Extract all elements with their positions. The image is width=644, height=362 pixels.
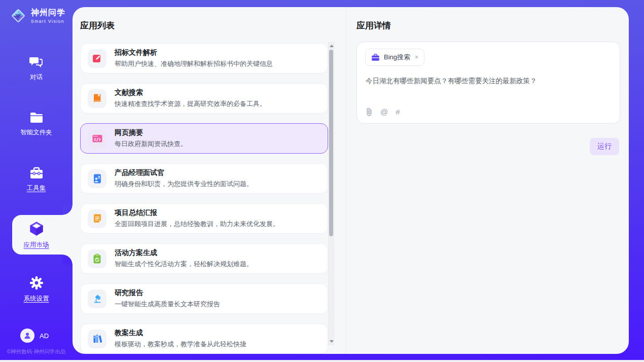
user-name: AD — [40, 332, 49, 340]
app-name: 项目总结汇报 — [115, 208, 279, 218]
app-card-lesson-plan-generation[interactable]: 教案生成 模板驱动，教案秒成，教学准备从此轻松快捷 — [80, 323, 328, 354]
browser-code-icon — [88, 129, 106, 148]
input-toolbar: @ # — [366, 107, 400, 116]
sidebar-item-chat[interactable]: 对话 — [0, 56, 73, 82]
app-card-research-report[interactable]: 研究报告 一键智能生成高质量长文本研究报告 — [80, 283, 328, 314]
app-card-literature-search[interactable]: 文献搜索 快速精准查找学术资源，提高研究效率的必备工具。 — [80, 83, 328, 114]
sidebar-item-app-market[interactable]: 应用市场 — [0, 221, 73, 249]
scrollbar-up-arrow[interactable] — [330, 45, 334, 47]
app-list: 招标文件解析 帮助用户快速、准确地理解和解析招标书中的关键信息 文献搜索 — [80, 43, 328, 354]
app-description: 模板驱动，教案秒成，教学准备从此轻松快捷 — [115, 340, 246, 349]
query-card: Bing搜索 × 今日湖北有哪些新闻要点？有哪些需要关注的最新政策？ @ # — [356, 42, 620, 124]
app-detail-panel: 应用详情 Bing搜索 × 今日湖北有哪些新闻要点？有哪些需要关注的最新政策？ — [346, 7, 629, 354]
sidebar: 神州问学 Smart Vision 对话 — [0, 0, 73, 360]
note-icon — [88, 209, 106, 228]
app-description: 一键智能生成高质量长文本研究报告 — [115, 300, 220, 309]
app-card-event-plan-generation[interactable]: 活动方案生成 智能生成个性化活动方案，轻松解决规划难题。 — [80, 243, 328, 274]
tab-flare-top — [62, 205, 73, 215]
scrollbar[interactable] — [328, 42, 334, 345]
app-detail-title: 应用详情 — [356, 20, 391, 31]
app-description: 帮助用户快速、准确地理解和解析招标书中的关键信息 — [115, 59, 273, 68]
app-name: 教案生成 — [115, 329, 246, 338]
app-name: 产品经理面试官 — [115, 168, 253, 177]
toolbox-icon — [29, 167, 44, 179]
sidebar-item-smart-folder[interactable]: 智能文件夹 — [0, 112, 73, 137]
app-card-pm-interviewer[interactable]: 产品经理面试官 明确身份和职责，为您提供专业性的面试问题。 — [80, 163, 328, 194]
sidebar-item-label: 对话 — [30, 73, 43, 82]
app-name: 网页摘要 — [115, 128, 187, 137]
folder-icon — [29, 112, 44, 124]
app-name: 招标文件解析 — [115, 48, 273, 57]
app-description: 快速精准查找学术资源，提高研究效率的必备工具。 — [115, 99, 266, 108]
at-mention-icon[interactable]: @ — [380, 108, 388, 116]
app-name: 研究报告 — [115, 288, 220, 298]
user-profile[interactable]: AD — [20, 329, 49, 343]
books-icon — [88, 330, 106, 348]
paperclip-icon[interactable] — [366, 107, 373, 116]
logo-subtitle: Smart Vision — [31, 19, 65, 24]
chat-icon — [29, 56, 43, 68]
app-description: 明确身份和职责，为您提供专业性的面试问题。 — [115, 179, 253, 189]
app-frame: 神州问学 Smart Vision 对话 — [0, 0, 644, 360]
app-description: 全面回顾项目进展，总结经验教训，助力未来优化发展。 — [115, 220, 279, 229]
gear-icon — [29, 276, 44, 290]
logo-diamond-icon — [9, 7, 27, 25]
briefcase-icon — [371, 54, 380, 61]
app-card-web-summary[interactable]: 网页摘要 每日政府新闻资讯快查。 — [80, 123, 328, 154]
copyright: ©神州数码·神州问学出品 — [0, 348, 73, 355]
app-card-project-summary[interactable]: 项目总结汇报 全面回顾项目进展，总结经验教训，助力未来优化发展。 — [80, 203, 328, 234]
tool-tag-label: Bing搜索 — [384, 53, 410, 62]
app-name: 文献搜索 — [115, 88, 266, 97]
logo-title: 神州问学 — [31, 8, 65, 18]
edit-document-icon — [88, 49, 106, 68]
logo: 神州问学 Smart Vision — [9, 7, 65, 25]
hash-topic-icon[interactable]: # — [396, 108, 400, 116]
clipboard-check-icon — [88, 249, 106, 268]
avatar — [20, 329, 34, 343]
app-list-panel: 应用列表 招标文件解析 帮助用户快速、准确地理解和解析招标书中的关键信息 — [73, 7, 346, 354]
app-name: 活动方案生成 — [115, 248, 253, 258]
scrollbar-thumb[interactable] — [329, 50, 333, 236]
sidebar-item-toolset[interactable]: 工具集 — [0, 167, 73, 193]
scrollbar-down-arrow[interactable] — [330, 340, 334, 343]
sidebar-item-label: 应用市场 — [24, 241, 49, 249]
app-list-title: 应用列表 — [80, 20, 115, 31]
sidebar-item-label: 工具集 — [27, 184, 46, 193]
content-area: 应用列表 招标文件解析 帮助用户快速、准确地理解和解析招标书中的关键信息 — [73, 7, 629, 354]
tool-tag-bing-search[interactable]: Bing搜索 × — [365, 49, 424, 66]
sidebar-item-label: 智能文件夹 — [20, 128, 52, 137]
close-icon[interactable]: × — [415, 54, 418, 61]
person-document-icon — [88, 169, 106, 188]
app-card-bid-document-analysis[interactable]: 招标文件解析 帮助用户快速、准确地理解和解析招标书中的关键信息 — [80, 43, 328, 74]
book-icon — [88, 89, 106, 108]
cube-icon — [29, 221, 44, 236]
app-description: 每日政府新闻资讯快查。 — [115, 139, 187, 149]
tab-flare-bottom — [62, 255, 73, 265]
run-button[interactable]: 运行 — [590, 138, 619, 155]
query-text-input[interactable]: 今日湖北有哪些新闻要点？有哪些需要关注的最新政策？ — [366, 76, 609, 86]
microscope-icon — [88, 289, 106, 308]
app-description: 智能生成个性化活动方案，轻松解决规划难题。 — [115, 260, 253, 269]
sidebar-item-label: 系统设置 — [24, 295, 49, 303]
sidebar-item-settings[interactable]: 系统设置 — [0, 276, 73, 303]
